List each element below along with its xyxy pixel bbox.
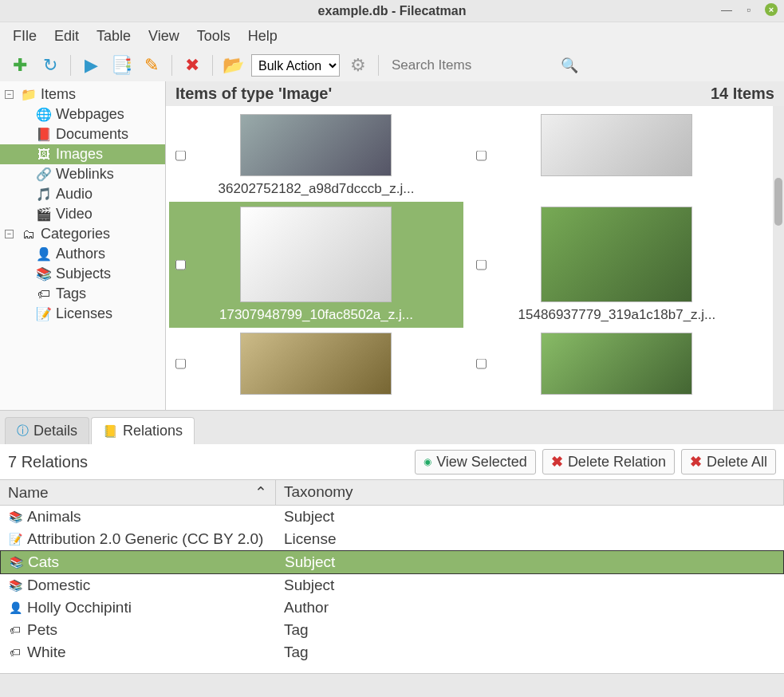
sidebar-category-tags[interactable]: 🏷Tags [0, 284, 165, 304]
bulk-action-select[interactable]: Bulk Action [251, 54, 340, 77]
thumbnail-item[interactable]: 36202752182_a98d7dcccb_z.j... [169, 109, 463, 202]
relation-name: Cats [28, 553, 59, 571]
refresh-icon[interactable]: ↻ [38, 53, 62, 77]
thumbnail-image [541, 114, 692, 176]
category-icon: 📝 [35, 306, 53, 321]
relation-row[interactable]: 👤Holly OcchipintiAuthor [0, 597, 784, 619]
content-header: Items of type 'Image' 14 Items [166, 81, 784, 106]
thumbnail-item[interactable] [470, 109, 764, 202]
thumbnail-item[interactable] [169, 328, 463, 400]
collapse-icon[interactable]: − [5, 230, 14, 238]
sidebar-item-label: Video [56, 206, 93, 222]
relation-name: Domestic [27, 577, 90, 594]
minimize-button[interactable]: — [721, 3, 732, 16]
thumbnail-checkbox[interactable] [476, 151, 487, 161]
relation-icon: 📚 [9, 556, 23, 569]
delete-icon[interactable]: ✖ [180, 53, 204, 77]
sidebar-category-licenses[interactable]: 📝Licenses [0, 304, 165, 324]
tree-categories-label: Categories [41, 226, 110, 242]
menu-bar: FIle Edit Table View Tools Help [0, 22, 784, 49]
edit-icon[interactable]: ✎ [140, 53, 163, 77]
relation-icon: 📝 [8, 533, 22, 545]
menu-tools[interactable]: Tools [197, 28, 230, 45]
tree-categories-root[interactable]: − 🗂 Categories [0, 224, 165, 244]
relation-row[interactable]: 🏷WhiteTag [0, 641, 784, 664]
relation-taxonomy: License [276, 530, 784, 549]
collapse-icon[interactable]: − [5, 90, 14, 99]
thumbnail-label: 36202752182_a98d7dcccb_z.j... [219, 181, 415, 197]
gear-icon[interactable]: ⚙ [346, 53, 370, 77]
scrollbar[interactable] [773, 106, 784, 410]
menu-file[interactable]: FIle [13, 28, 37, 45]
search-input[interactable] [392, 54, 551, 77]
maximize-button[interactable]: ▫ [747, 3, 751, 16]
info-icon: ⓘ [17, 423, 29, 439]
sidebar-item-label: Subjects [56, 266, 111, 282]
thumbnail-checkbox[interactable] [476, 260, 487, 270]
type-icon: 🎵 [35, 187, 53, 202]
relation-name: White [27, 644, 66, 661]
thumbnail-checkbox[interactable] [175, 359, 186, 369]
search-icon[interactable]: 🔍 [557, 53, 581, 77]
tab-relations-label: Relations [123, 423, 183, 439]
sidebar-item-label: Images [56, 146, 103, 163]
menu-table[interactable]: Table [97, 28, 131, 45]
thumbnail-image [240, 114, 392, 176]
sidebar-item-images[interactable]: 🖼Images [0, 144, 165, 164]
tree-items-root[interactable]: − 📁 Items [0, 85, 165, 104]
sidebar: − 📁 Items 🌐Webpages📕Documents🖼Images🔗Web… [0, 81, 166, 410]
sidebar-category-authors[interactable]: 👤Authors [0, 244, 165, 264]
menu-edit[interactable]: Edit [54, 28, 79, 45]
column-name[interactable]: Name ⌃ [0, 480, 276, 505]
relation-row[interactable]: 📚DomesticSubject [0, 574, 784, 597]
sidebar-item-weblinks[interactable]: 🔗Weblinks [0, 164, 165, 184]
thumbnail-grid[interactable]: 36202752182_a98d7dcccb_z.j...17307948799… [166, 106, 773, 410]
relation-name: Animals [27, 508, 81, 526]
relation-row[interactable]: 📚CatsSubject [0, 550, 784, 574]
thumbnail-item[interactable]: 17307948799_10fac8502a_z.j... [169, 202, 463, 328]
sidebar-item-label: Authors [56, 246, 105, 262]
tab-details[interactable]: ⓘ Details [5, 417, 89, 444]
thumbnail-item[interactable]: 15486937779_319a1c18b7_z.j... [470, 202, 764, 328]
sidebar-item-webpages[interactable]: 🌐Webpages [0, 104, 165, 124]
tab-details-label: Details [33, 423, 77, 439]
add-icon[interactable]: ✚ [8, 53, 32, 77]
main-area: − 📁 Items 🌐Webpages📕Documents🖼Images🔗Web… [0, 81, 784, 410]
relation-row[interactable]: 📚AnimalsSubject [0, 506, 784, 528]
menu-view[interactable]: View [148, 28, 179, 45]
type-icon: 📕 [35, 127, 53, 142]
separator [378, 55, 379, 76]
folder-icon: 📁 [20, 87, 37, 102]
thumbnail-item[interactable] [470, 328, 764, 400]
thumbnail-checkbox[interactable] [476, 359, 487, 369]
scrollbar-thumb[interactable] [774, 178, 782, 226]
open-folder-icon[interactable]: 📂 [221, 53, 245, 77]
sidebar-category-subjects[interactable]: 📚Subjects [0, 264, 165, 284]
thumbnail-image [240, 207, 392, 302]
view-selected-button[interactable]: ◉ View Selected [415, 450, 536, 475]
relation-name: Pets [27, 621, 57, 639]
close-button[interactable]: × [765, 3, 778, 16]
relation-row[interactable]: 📝Attribution 2.0 Generic (CC BY 2.0)Lice… [0, 528, 784, 550]
thumbnail-image [541, 207, 692, 302]
separator [70, 55, 71, 76]
play-icon[interactable]: ▶ [79, 53, 103, 77]
copy-icon[interactable]: 📑 [109, 53, 133, 77]
relation-row[interactable]: 🏷PetsTag [0, 619, 784, 641]
content-title: Items of type 'Image' [175, 85, 332, 103]
sidebar-item-documents[interactable]: 📕Documents [0, 124, 165, 144]
relation-icon: 👤 [8, 601, 22, 614]
delete-all-button[interactable]: ✖ Delete All [681, 449, 776, 475]
sidebar-item-video[interactable]: 🎬Video [0, 204, 165, 224]
separator [212, 55, 213, 76]
tab-relations[interactable]: 📒 Relations [91, 417, 195, 444]
thumbnail-checkbox[interactable] [175, 151, 186, 161]
thumbnail-checkbox[interactable] [175, 260, 186, 270]
delete-relation-button[interactable]: ✖ Delete Relation [542, 449, 675, 475]
sidebar-item-audio[interactable]: 🎵Audio [0, 184, 165, 204]
relation-icon: 📚 [8, 510, 22, 523]
menu-help[interactable]: Help [248, 28, 278, 45]
thumbnail-image [240, 333, 392, 395]
grid-wrap: 36202752182_a98d7dcccb_z.j...17307948799… [166, 106, 784, 410]
column-taxonomy[interactable]: Taxonomy [276, 480, 784, 505]
